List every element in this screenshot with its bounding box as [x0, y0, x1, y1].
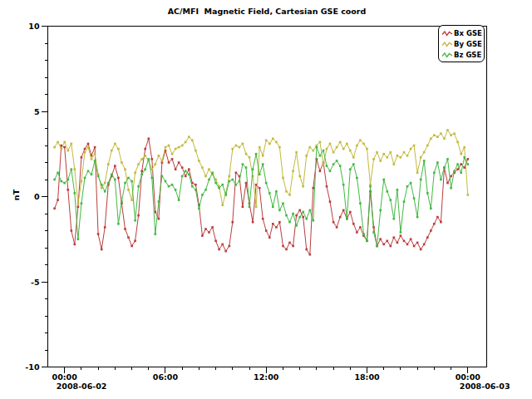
data-point-marker	[84, 148, 86, 150]
data-point-marker	[406, 244, 409, 246]
data-point-marker	[97, 233, 100, 235]
data-point-marker	[178, 199, 180, 201]
data-point-marker	[302, 216, 304, 219]
data-point-marker	[376, 151, 378, 154]
data-point-marker	[295, 151, 298, 154]
data-point-marker	[214, 182, 217, 185]
data-point-marker	[81, 156, 83, 159]
data-point-marker	[268, 143, 271, 145]
legend-line-sample-bx-icon	[441, 29, 454, 37]
data-point-marker	[349, 211, 352, 214]
data-point-marker	[282, 245, 284, 248]
data-point-marker	[302, 185, 304, 188]
data-point-marker	[309, 146, 312, 149]
data-point-marker	[117, 223, 120, 225]
data-point-marker	[420, 179, 422, 181]
x-date-label: 2008-06-03	[460, 382, 510, 391]
data-point-marker	[171, 184, 174, 186]
data-point-marker	[71, 168, 73, 170]
data-point-marker	[379, 160, 382, 162]
data-point-marker	[224, 250, 227, 253]
data-point-marker	[410, 238, 412, 240]
data-point-marker	[463, 166, 466, 169]
data-point-marker	[326, 185, 328, 188]
data-point-marker	[342, 184, 345, 186]
data-point-marker	[104, 190, 106, 193]
data-point-marker	[423, 151, 426, 154]
data-point-marker	[158, 155, 160, 157]
data-point-marker	[397, 242, 399, 244]
data-point-marker	[148, 138, 150, 140]
data-point-marker	[57, 141, 59, 144]
data-point-marker	[272, 206, 274, 209]
data-point-marker	[426, 236, 429, 239]
data-point-marker	[323, 163, 325, 165]
data-point-marker	[208, 168, 210, 170]
data-point-marker	[397, 189, 399, 191]
data-point-marker	[67, 150, 70, 152]
data-point-marker	[63, 141, 66, 144]
data-point-marker	[161, 160, 164, 162]
data-point-marker	[436, 216, 439, 219]
data-point-marker	[292, 245, 294, 248]
data-point-marker	[57, 199, 59, 201]
axis-tick-labels: -10-5051000:0006:0012:0018:0000:002008-0…	[25, 22, 510, 391]
data-point-marker	[94, 146, 96, 149]
data-point-marker	[352, 163, 355, 165]
data-point-marker	[433, 223, 436, 225]
data-point-marker	[242, 143, 244, 145]
data-point-marker	[446, 182, 449, 185]
data-point-marker	[265, 182, 268, 185]
y-tick-label: 5	[34, 107, 40, 116]
legend-line-sample-bz-icon	[441, 51, 454, 59]
data-point-marker	[114, 179, 116, 181]
data-point-marker	[372, 158, 375, 160]
data-point-marker	[151, 168, 154, 170]
data-point-marker	[309, 209, 312, 212]
data-point-marker	[446, 158, 449, 160]
data-point-marker	[84, 177, 86, 180]
data-point-marker	[229, 245, 231, 248]
legend-item-by: By GSE	[441, 38, 484, 49]
data-point-marker	[249, 206, 251, 209]
data-point-marker	[420, 156, 422, 159]
data-point-marker	[148, 158, 150, 160]
data-point-marker	[467, 194, 470, 196]
data-point-marker	[356, 231, 358, 234]
data-point-marker	[356, 177, 358, 180]
data-point-marker	[232, 148, 234, 150]
data-point-marker	[245, 153, 248, 155]
series-line	[55, 147, 468, 246]
data-point-marker	[185, 170, 187, 173]
data-point-marker	[201, 234, 204, 237]
y-tick-label: 0	[34, 192, 40, 201]
series-bz-gse	[53, 146, 469, 248]
data-point-marker	[329, 200, 332, 203]
data-point-marker	[272, 223, 274, 225]
data-point-marker	[288, 194, 291, 196]
data-point-marker	[111, 150, 113, 152]
data-point-marker	[104, 226, 106, 229]
data-point-marker	[124, 228, 126, 230]
data-point-marker	[77, 238, 80, 240]
data-point-marker	[413, 197, 416, 200]
data-point-marker	[406, 155, 409, 157]
data-point-marker	[175, 148, 177, 150]
data-point-marker	[278, 221, 281, 224]
data-point-marker	[155, 233, 157, 235]
data-point-marker	[332, 151, 335, 154]
data-point-marker	[313, 150, 315, 152]
data-point-marker	[288, 221, 291, 224]
data-point-marker	[332, 221, 335, 224]
data-point-marker	[77, 206, 80, 209]
data-point-marker	[359, 226, 362, 229]
data-point-marker	[416, 242, 419, 244]
data-point-marker	[420, 249, 422, 251]
data-point-marker	[191, 185, 194, 188]
data-point-marker	[232, 179, 234, 181]
x-tick-label: 00:00	[52, 372, 78, 382]
data-point-marker	[221, 184, 224, 186]
legend-item-bx: Bx GSE	[441, 27, 484, 38]
data-point-marker	[259, 146, 261, 149]
data-point-marker	[60, 148, 62, 150]
